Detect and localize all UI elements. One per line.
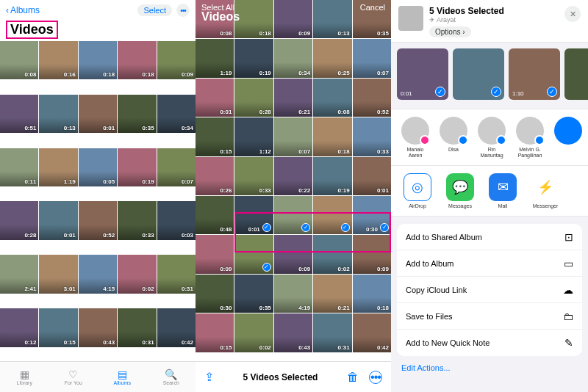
- video-thumbnail[interactable]: 0:18: [79, 41, 117, 79]
- video-thumbnail[interactable]: 0:05: [79, 148, 117, 186]
- selection-strip[interactable]: 0:011:10: [391, 43, 588, 109]
- video-thumbnail[interactable]: 0:09: [274, 235, 312, 273]
- video-thumbnail[interactable]: 0:07: [353, 39, 391, 77]
- video-thumbnail[interactable]: 0:01: [196, 79, 234, 117]
- video-thumbnail[interactable]: 0:01: [234, 196, 273, 234]
- video-thumbnail[interactable]: 0:43: [274, 313, 312, 352]
- contact-suggestion[interactable]: Manalo Aaren: [401, 117, 429, 158]
- video-thumbnail[interactable]: 0:33: [353, 117, 391, 156]
- video-thumbnail[interactable]: 0:01: [353, 157, 391, 195]
- video-thumbnail[interactable]: 0:35: [118, 95, 156, 133]
- edit-actions-button[interactable]: Edit Actions...: [391, 356, 588, 380]
- strip-thumbnail[interactable]: [453, 48, 504, 100]
- video-thumbnail[interactable]: 0:03: [157, 201, 196, 239]
- video-thumbnail[interactable]: 0:43: [79, 308, 117, 346]
- contact-suggestion[interactable]: Rin Manuntag: [478, 117, 506, 158]
- video-thumbnail[interactable]: 0:31: [157, 255, 196, 293]
- video-thumbnail[interactable]: 0:28: [234, 79, 273, 117]
- strip-thumbnail[interactable]: 0:01: [397, 48, 448, 100]
- video-thumbnail[interactable]: 0:31: [313, 313, 351, 352]
- video-thumbnail[interactable]: [234, 235, 273, 273]
- share-app[interactable]: ⚡Messenger: [529, 173, 562, 208]
- action-item[interactable]: Copy iCloud Link☁: [397, 277, 582, 303]
- strip-thumbnail[interactable]: [564, 48, 588, 100]
- video-thumbnail[interactable]: 0:18: [118, 41, 156, 79]
- video-thumbnail[interactable]: 0:09: [196, 235, 234, 273]
- action-item[interactable]: Add to New Quick Note✎: [397, 330, 582, 356]
- video-thumbnail[interactable]: 0:13: [39, 95, 77, 133]
- video-thumbnail[interactable]: 0:16: [39, 41, 77, 79]
- video-thumbnail[interactable]: 0:01: [39, 201, 77, 239]
- video-thumbnail[interactable]: 0:19: [234, 39, 273, 77]
- video-thumbnail[interactable]: 0:08: [0, 41, 38, 79]
- delete-button[interactable]: 🗑: [347, 371, 359, 384]
- video-thumbnail[interactable]: 0:18: [353, 275, 391, 313]
- action-item[interactable]: Add to Shared Album⊡: [397, 224, 582, 250]
- video-thumbnail[interactable]: 3:01: [39, 255, 77, 293]
- video-thumbnail[interactable]: 0:09: [157, 41, 196, 79]
- tab-search[interactable]: 🔍Search: [147, 362, 196, 392]
- strip-thumbnail[interactable]: 1:10: [509, 48, 560, 100]
- video-thumbnail[interactable]: 0:15: [196, 313, 234, 352]
- video-thumbnail[interactable]: 0:07: [274, 117, 312, 156]
- close-button[interactable]: ✕: [564, 6, 581, 22]
- share-app[interactable]: ◎AirDrop: [401, 173, 434, 208]
- video-thumbnail[interactable]: 0:51: [0, 95, 38, 133]
- video-thumbnail[interactable]: 0:30: [196, 275, 234, 313]
- video-thumbnail[interactable]: 4:19: [274, 275, 312, 313]
- options-button[interactable]: Options ›: [429, 26, 471, 37]
- video-thumbnail[interactable]: 0:21: [274, 79, 312, 117]
- video-thumbnail[interactable]: 0:19: [313, 157, 351, 195]
- video-thumbnail[interactable]: 0:07: [157, 148, 196, 186]
- video-thumbnail[interactable]: 1:12: [234, 117, 273, 156]
- video-thumbnail[interactable]: 0:08: [313, 79, 351, 117]
- video-thumbnail[interactable]: 0:34: [157, 95, 196, 133]
- more-button[interactable]: •••: [369, 371, 382, 384]
- video-thumbnail[interactable]: 0:09: [353, 235, 391, 273]
- video-thumbnail[interactable]: 0:33: [118, 201, 156, 239]
- video-thumbnail[interactable]: 0:15: [196, 117, 234, 156]
- action-item[interactable]: Add to Album▭: [397, 250, 582, 277]
- video-thumbnail[interactable]: [313, 196, 351, 234]
- video-thumbnail[interactable]: 0:19: [118, 148, 156, 186]
- action-item[interactable]: Save to Files🗀: [397, 303, 582, 330]
- video-thumbnail[interactable]: 2:41: [0, 255, 38, 293]
- video-thumbnail[interactable]: [274, 196, 312, 234]
- more-button[interactable]: •••: [176, 4, 190, 17]
- video-thumbnail[interactable]: 0:48: [196, 196, 234, 234]
- preview-thumbnail[interactable]: [398, 6, 423, 31]
- share-button[interactable]: ⇪: [204, 370, 214, 384]
- video-thumbnail[interactable]: 0:22: [274, 157, 312, 195]
- tab-albums[interactable]: ▤Albums: [98, 362, 147, 392]
- video-thumbnail[interactable]: 0:28: [0, 201, 38, 239]
- video-thumbnail[interactable]: 4:15: [79, 255, 117, 293]
- video-thumbnail[interactable]: 0:02: [234, 313, 273, 352]
- video-thumbnail[interactable]: 0:31: [118, 308, 156, 346]
- contact-suggestion[interactable]: Disa: [440, 117, 467, 158]
- share-app[interactable]: ✉Mail: [487, 173, 519, 208]
- video-thumbnail[interactable]: 0:01: [79, 95, 117, 133]
- share-app[interactable]: 💬Messages: [444, 173, 476, 208]
- contact-suggestion[interactable]: [554, 117, 582, 158]
- video-thumbnail[interactable]: 1:19: [196, 39, 234, 77]
- video-thumbnail[interactable]: 0:12: [0, 308, 38, 346]
- video-thumbnail[interactable]: 0:33: [234, 157, 273, 195]
- cancel-button[interactable]: Cancel: [360, 3, 385, 12]
- video-thumbnail[interactable]: 1:19: [39, 148, 77, 186]
- video-thumbnail[interactable]: 0:52: [353, 79, 391, 117]
- video-thumbnail[interactable]: 0:21: [313, 275, 351, 313]
- video-thumbnail[interactable]: 0:35: [234, 275, 273, 313]
- video-thumbnail[interactable]: 0:11: [0, 148, 38, 186]
- video-thumbnail[interactable]: 0:30: [353, 196, 391, 234]
- video-thumbnail[interactable]: 0:02: [313, 235, 351, 273]
- video-grid[interactable]: 0:080:160:180:180:090:510:130:010:350:34…: [0, 41, 196, 361]
- video-thumbnail[interactable]: 0:18: [313, 117, 351, 156]
- tab-library[interactable]: ▦Library: [0, 362, 49, 392]
- video-thumbnail[interactable]: 0:02: [118, 255, 156, 293]
- video-thumbnail[interactable]: 0:42: [157, 308, 196, 346]
- video-thumbnail[interactable]: 0:34: [274, 39, 312, 77]
- contact-suggestion[interactable]: Melvin G. Pangilinan: [516, 117, 544, 158]
- video-thumbnail[interactable]: 0:26: [196, 157, 234, 195]
- video-thumbnail[interactable]: 0:25: [313, 39, 351, 77]
- select-button[interactable]: Select: [137, 4, 172, 16]
